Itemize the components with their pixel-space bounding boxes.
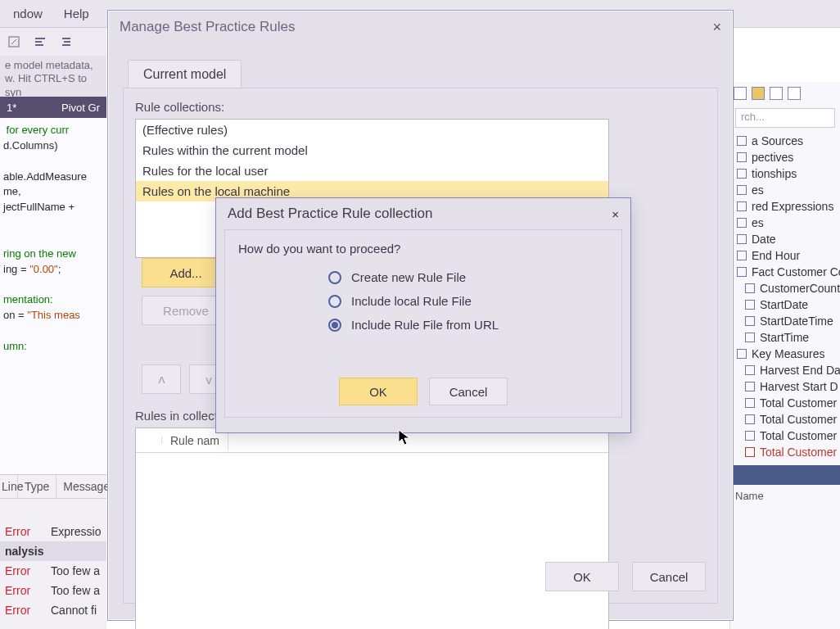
radio-include-local[interactable]: Include local Rule File bbox=[328, 294, 608, 308]
editor-tab-file[interactable]: 1* bbox=[0, 98, 23, 117]
properties-divider bbox=[730, 465, 840, 485]
tree-node[interactable]: Total Customer bbox=[730, 395, 840, 411]
tree-node[interactable]: tionships bbox=[730, 165, 840, 182]
menu-help[interactable]: Help bbox=[57, 3, 96, 24]
svg-rect-2 bbox=[35, 41, 42, 43]
explorer-panel: rch... a Sources pectives tionships es r… bbox=[729, 82, 840, 629]
svg-rect-4 bbox=[62, 38, 70, 39]
tree-node[interactable]: pectives bbox=[730, 149, 840, 165]
tool-icon-3[interactable] bbox=[57, 33, 75, 51]
explorer-tool-icon[interactable] bbox=[770, 87, 783, 100]
dialog2-title: Add Best Practice Rule collection bbox=[228, 206, 432, 222]
svg-rect-5 bbox=[64, 41, 70, 43]
tree-node[interactable]: Harvest Start D bbox=[730, 378, 840, 395]
tree-node[interactable]: Harvest End Da bbox=[730, 362, 840, 378]
tree-node[interactable]: Fact Customer Cou bbox=[730, 264, 840, 280]
dialog2-question: How do you want to proceed? bbox=[238, 242, 608, 256]
close-icon[interactable]: × bbox=[712, 19, 721, 36]
toolbar bbox=[0, 28, 106, 56]
radio-icon[interactable] bbox=[328, 271, 341, 284]
tree-node[interactable]: End Hour bbox=[730, 247, 840, 264]
msg-row[interactable]: ErrorToo few a bbox=[0, 561, 106, 581]
explorer-tool-icon[interactable] bbox=[752, 87, 765, 100]
tree-node[interactable]: StartDateTime bbox=[730, 313, 840, 329]
explorer-tool-icon[interactable] bbox=[734, 87, 747, 100]
properties-header: Name bbox=[730, 485, 840, 507]
radio-create-new[interactable]: Create new Rule File bbox=[328, 270, 608, 284]
tree-node[interactable]: CustomerCount bbox=[730, 280, 840, 296]
radio-label: Include local Rule File bbox=[351, 294, 472, 308]
tool-icon-2[interactable] bbox=[31, 33, 49, 51]
tree-node[interactable]: StartDate bbox=[730, 296, 840, 313]
dialog2-ok-button[interactable]: OK bbox=[339, 378, 418, 405]
radio-label: Include Rule File from URL bbox=[351, 318, 499, 332]
tree-node[interactable]: Total Customer bbox=[730, 411, 840, 428]
list-item[interactable]: (Effective rules) bbox=[136, 120, 608, 140]
tree-node[interactable]: Key Measures bbox=[730, 346, 840, 362]
rules-grid[interactable]: Rule nam bbox=[135, 428, 609, 629]
dialog-titlebar: Manage Best Practice Rules × bbox=[108, 11, 733, 43]
add-rule-collection-dialog: Add Best Practice Rule collection × How … bbox=[215, 197, 631, 433]
editor-tab-pivot[interactable]: Pivot Gr bbox=[55, 98, 106, 117]
svg-rect-3 bbox=[35, 44, 43, 46]
dialog2-cancel-button[interactable]: Cancel bbox=[429, 378, 508, 405]
tree-node[interactable]: a Sources bbox=[730, 133, 840, 149]
explorer-search[interactable]: rch... bbox=[735, 108, 835, 128]
msg-col-type[interactable]: Type bbox=[18, 475, 56, 498]
info-bar: e model metadata, w. Hit CTRL+S to syn bbox=[0, 56, 106, 97]
msg-col-line[interactable]: Line bbox=[0, 475, 18, 498]
dialog-title: Manage Best Practice Rules bbox=[120, 19, 296, 35]
tree-node[interactable]: StartTime bbox=[730, 329, 840, 346]
dialog-cancel-button[interactable]: Cancel bbox=[632, 562, 706, 591]
tool-icon-1[interactable] bbox=[5, 33, 23, 51]
tree-node[interactable]: es bbox=[730, 215, 840, 231]
tab-current-model[interactable]: Current model bbox=[128, 60, 242, 88]
msg-section: nalysis bbox=[0, 541, 106, 561]
msg-row[interactable]: ErrorCannot fi bbox=[0, 600, 106, 620]
msg-row[interactable]: ErrorToo few a bbox=[0, 581, 106, 600]
collections-label: Rule collections: bbox=[135, 100, 706, 114]
tree-node[interactable]: Total Customer bbox=[730, 428, 840, 444]
editor-tabs: 1* Pivot Gr bbox=[0, 97, 106, 118]
dialog-ok-button[interactable]: OK bbox=[545, 562, 619, 591]
svg-rect-6 bbox=[62, 44, 70, 46]
tree-node[interactable]: Total Customer bbox=[730, 444, 840, 460]
explorer-tree[interactable]: a Sources pectives tionships es red Expr… bbox=[730, 131, 840, 462]
radio-icon[interactable] bbox=[328, 295, 341, 308]
grid-col-rulename[interactable]: Rule nam bbox=[162, 431, 228, 450]
move-up-button[interactable]: ʌ bbox=[142, 364, 181, 394]
messages-panel: Line Type Message ErrorExpressio nalysis… bbox=[0, 474, 106, 629]
radio-icon[interactable] bbox=[328, 319, 341, 332]
close-icon[interactable]: × bbox=[612, 207, 619, 221]
radio-include-url[interactable]: Include Rule File from URL bbox=[328, 318, 608, 332]
msg-row[interactable]: ErrorExpressio bbox=[0, 522, 106, 541]
svg-rect-1 bbox=[35, 38, 45, 39]
tree-node[interactable]: Date bbox=[730, 231, 840, 247]
tree-node[interactable]: es bbox=[730, 182, 840, 198]
list-item[interactable]: Rules within the current model bbox=[136, 140, 608, 161]
radio-label: Create new Rule File bbox=[351, 270, 466, 284]
menu-window[interactable]: ndow bbox=[7, 3, 49, 24]
tree-node[interactable]: red Expressions bbox=[730, 198, 840, 215]
list-item[interactable]: Rules for the local user bbox=[136, 161, 608, 181]
explorer-tool-icon[interactable] bbox=[788, 87, 801, 100]
explorer-toolbar bbox=[730, 82, 840, 105]
dialog2-titlebar: Add Best Practice Rule collection × bbox=[216, 198, 630, 229]
